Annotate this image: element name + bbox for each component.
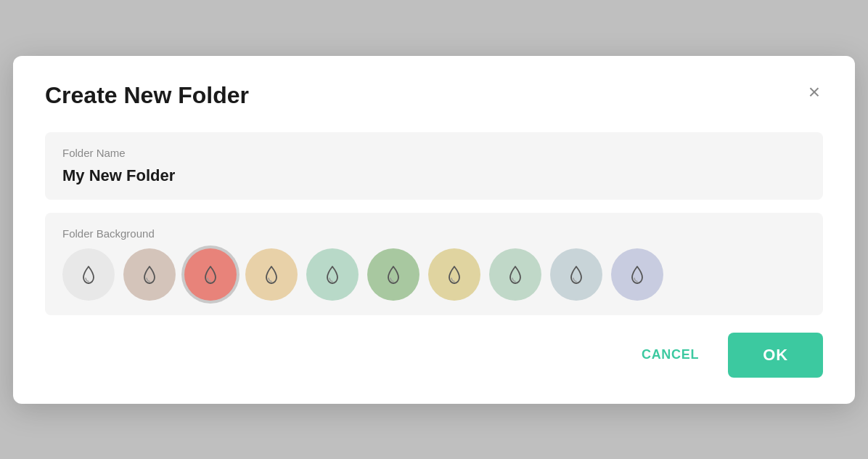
- color-option-none[interactable]: [62, 248, 115, 301]
- color-option-mint[interactable]: [306, 248, 359, 301]
- drop-icon: [504, 263, 527, 286]
- color-option-yellow[interactable]: [428, 248, 480, 301]
- drop-icon: [138, 263, 161, 286]
- folder-background-label: Folder Background: [62, 227, 806, 240]
- drop-icon: [565, 263, 588, 286]
- drop-icon: [77, 263, 100, 286]
- ok-button[interactable]: OK: [728, 333, 823, 378]
- color-option-red[interactable]: [184, 248, 237, 301]
- color-option-seafoam[interactable]: [489, 248, 541, 301]
- cancel-button[interactable]: CANCEL: [624, 336, 716, 374]
- dialog-overlay: Create New Folder × Folder Name Folder B…: [0, 0, 868, 459]
- create-folder-dialog: Create New Folder × Folder Name Folder B…: [13, 56, 855, 404]
- drop-icon: [443, 263, 466, 286]
- folder-background-section: Folder Background: [45, 213, 823, 315]
- dialog-title: Create New Folder: [45, 82, 249, 109]
- color-options: [62, 248, 806, 301]
- folder-name-label: Folder Name: [62, 147, 806, 159]
- color-option-lavender[interactable]: [611, 248, 663, 301]
- folder-name-input[interactable]: [62, 166, 806, 185]
- drop-icon: [321, 263, 344, 286]
- color-option-lightblue[interactable]: [550, 248, 602, 301]
- dialog-header: Create New Folder ×: [45, 82, 823, 109]
- color-option-sage[interactable]: [367, 248, 419, 301]
- drop-icon: [260, 263, 283, 286]
- drop-icon: [199, 263, 222, 286]
- color-option-taupe[interactable]: [123, 248, 176, 301]
- drop-icon: [626, 263, 649, 286]
- color-option-peach[interactable]: [245, 248, 298, 301]
- close-button[interactable]: ×: [806, 79, 823, 105]
- drop-icon: [382, 263, 405, 286]
- dialog-footer: CANCEL OK: [45, 333, 823, 378]
- folder-name-section: Folder Name: [45, 132, 823, 200]
